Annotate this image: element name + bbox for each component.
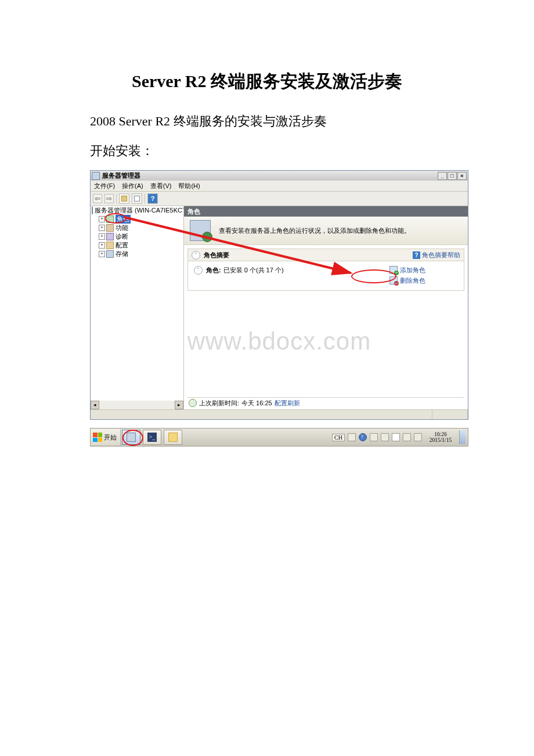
config-icon bbox=[106, 242, 114, 249]
back-button[interactable]: ⇦ bbox=[93, 194, 102, 203]
roles-icon bbox=[106, 215, 114, 223]
system-tray: CH 16:26 2015/1/15 bbox=[332, 429, 468, 446]
doc-intro: 2008 Server R2 终端服务的安装与激活步奏 bbox=[90, 111, 499, 131]
windows-logo-icon bbox=[93, 433, 102, 442]
nav-tree: 服务器管理器 (WIN-CA7IE5KCTS + 角色 + 功能 bbox=[91, 206, 184, 409]
help-icon[interactable]: ? bbox=[147, 193, 158, 204]
content-banner: 查看安装在服务器上角色的运行状况，以及添加或删除角色和功能。 bbox=[184, 217, 468, 245]
features-icon bbox=[106, 224, 114, 232]
tree-root-label: 服务器管理器 (WIN-CA7IE5KCTS bbox=[95, 206, 184, 215]
menu-action[interactable]: 操作(A) bbox=[122, 182, 143, 190]
server-manager-window: 服务器管理器 _ □ × 文件(F) 操作(A) 查看(V) 帮助(H) ⇦ ⇨ bbox=[90, 170, 468, 420]
statusbar-cell bbox=[432, 410, 468, 419]
start-button[interactable]: 开始 bbox=[91, 429, 121, 445]
titlebar[interactable]: 服务器管理器 _ □ × bbox=[91, 171, 468, 181]
config-refresh-link[interactable]: 配置刷新 bbox=[275, 399, 300, 408]
section-help-label: 角色摘要帮助 bbox=[422, 251, 460, 260]
server-icon bbox=[92, 207, 93, 214]
section-roles-summary[interactable]: ˄ 角色摘要 ? 角色摘要帮助 bbox=[187, 249, 464, 261]
menu-help[interactable]: 帮助(H) bbox=[178, 182, 200, 190]
scroll-right-button[interactable]: ▸ bbox=[175, 401, 183, 409]
maximize-button[interactable]: □ bbox=[448, 172, 457, 180]
tree-root[interactable]: 服务器管理器 (WIN-CA7IE5KCTS bbox=[91, 206, 183, 215]
last-refresh-label: 上次刷新时间: bbox=[199, 399, 239, 408]
tree-features-label: 功能 bbox=[116, 224, 128, 232]
add-role-link[interactable]: 添加角色 bbox=[389, 265, 459, 275]
app-icon bbox=[92, 172, 100, 180]
tree-item-config[interactable]: + 配置 bbox=[91, 241, 183, 250]
expand-icon[interactable]: + bbox=[99, 242, 105, 249]
close-button[interactable]: × bbox=[457, 172, 467, 180]
clock[interactable]: 16:26 2015/1/15 bbox=[425, 431, 456, 443]
tree-storage-label: 存储 bbox=[116, 250, 128, 258]
tray-icon[interactable] bbox=[370, 433, 378, 441]
remove-role-icon bbox=[389, 276, 398, 285]
tree-item-storage[interactable]: + 存储 bbox=[91, 250, 183, 258]
tree-diagnostics-label: 诊断 bbox=[116, 232, 128, 241]
taskbar-item-server-manager[interactable] bbox=[122, 430, 140, 445]
doc-title: Server R2 终端服务安装及激活步奏 bbox=[35, 70, 499, 93]
remove-role-link[interactable]: 删除角色 bbox=[389, 275, 459, 286]
powershell-icon: >_ bbox=[147, 433, 157, 442]
section-help-link[interactable]: ? 角色摘要帮助 bbox=[413, 251, 460, 260]
expand-icon[interactable]: + bbox=[99, 251, 105, 257]
toolbar-separator bbox=[145, 193, 145, 204]
remove-role-label: 删除角色 bbox=[400, 276, 425, 285]
menu-view[interactable]: 查看(V) bbox=[150, 182, 172, 190]
tree-roles-label: 角色 bbox=[116, 215, 131, 224]
folder-icon bbox=[168, 433, 178, 442]
refresh-icon bbox=[189, 399, 197, 407]
up-icon[interactable] bbox=[119, 193, 129, 204]
add-role-icon bbox=[389, 266, 398, 274]
expand-icon[interactable]: + bbox=[99, 225, 105, 231]
add-role-label: 添加角色 bbox=[400, 266, 425, 275]
clock-date: 2015/1/15 bbox=[425, 437, 456, 443]
server-manager-icon bbox=[127, 433, 136, 442]
help-icon: ? bbox=[413, 251, 420, 259]
tree-hscroll[interactable]: ◂ ▸ bbox=[91, 401, 183, 409]
tray-icon[interactable] bbox=[381, 433, 389, 441]
window-title: 服务器管理器 bbox=[102, 171, 140, 180]
statusbar-cell bbox=[91, 410, 432, 419]
menu-file[interactable]: 文件(F) bbox=[94, 182, 115, 190]
network-icon[interactable] bbox=[414, 433, 422, 441]
scroll-track[interactable] bbox=[99, 401, 175, 409]
content-header: 角色 bbox=[184, 206, 468, 217]
tree-item-features[interactable]: + 功能 bbox=[91, 224, 183, 232]
properties-icon[interactable] bbox=[132, 193, 142, 204]
tree-item-roles[interactable]: + 角色 bbox=[91, 215, 183, 224]
forward-button[interactable]: ⇨ bbox=[104, 194, 114, 203]
roles-large-icon bbox=[190, 220, 211, 241]
collapse-icon[interactable]: ˄ bbox=[192, 251, 200, 260]
minimize-button[interactable]: _ bbox=[438, 172, 447, 180]
volume-icon[interactable] bbox=[403, 433, 411, 441]
start-label: 开始 bbox=[104, 433, 117, 442]
taskbar-item-powershell[interactable]: >_ bbox=[143, 430, 161, 445]
scroll-left-button[interactable]: ◂ bbox=[91, 401, 99, 409]
last-refresh-time: 今天 16:25 bbox=[241, 399, 272, 408]
show-desktop-button[interactable] bbox=[459, 430, 466, 444]
ime-indicator[interactable]: CH bbox=[332, 434, 345, 441]
banner-text: 查看安装在服务器上角色的运行状况，以及添加或删除角色和功能。 bbox=[219, 226, 410, 235]
tree-config-label: 配置 bbox=[116, 241, 128, 250]
toolbar-separator bbox=[116, 193, 117, 204]
roles-installed-row: ˄ 角色: 已安装 0 个(共 17 个) bbox=[188, 261, 385, 290]
statusbar bbox=[91, 409, 468, 419]
content-pane: 角色 查看安装在服务器上角色的运行状况，以及添加或删除角色和功能。 ˄ 角色摘要… bbox=[184, 206, 468, 409]
flag-icon[interactable] bbox=[392, 433, 400, 441]
roles-label: 角色: bbox=[206, 266, 221, 275]
tray-icon[interactable] bbox=[348, 433, 356, 441]
diagnostics-icon bbox=[106, 233, 114, 240]
doc-start: 开始安装： bbox=[90, 141, 499, 161]
refresh-status: 上次刷新时间: 今天 16:25 配置刷新 bbox=[187, 397, 464, 408]
clock-time: 16:26 bbox=[425, 431, 456, 437]
expand-icon[interactable]: + bbox=[99, 233, 105, 240]
taskbar-item-explorer[interactable] bbox=[164, 430, 182, 445]
expand-icon[interactable]: + bbox=[99, 216, 105, 222]
action-center-icon[interactable] bbox=[359, 433, 367, 441]
taskbar: 开始 >_ CH 16:26 bbox=[90, 428, 468, 447]
tree-item-diagnostics[interactable]: + 诊断 bbox=[91, 232, 183, 241]
collapse-icon[interactable]: ˄ bbox=[194, 266, 203, 275]
menu-bar: 文件(F) 操作(A) 查看(V) 帮助(H) bbox=[91, 181, 468, 191]
storage-icon bbox=[106, 250, 114, 258]
